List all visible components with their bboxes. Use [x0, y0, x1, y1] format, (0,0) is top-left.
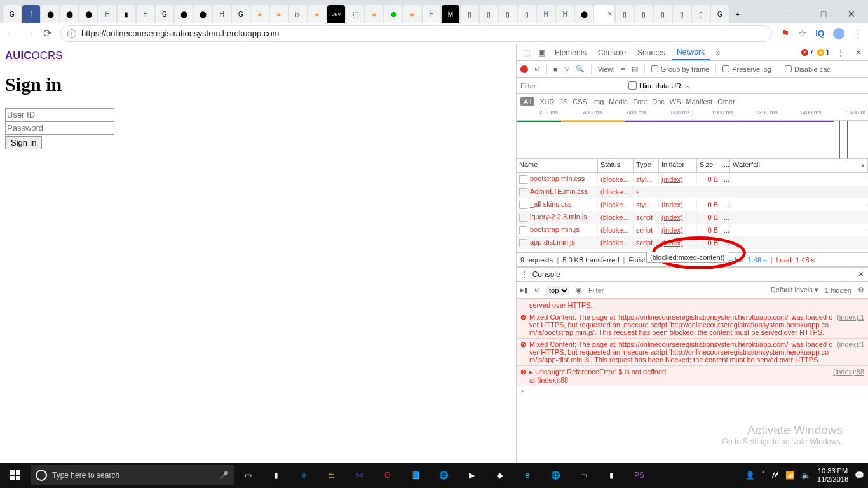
browser-tab[interactable]: H	[423, 5, 440, 23]
console-levels-select[interactable]: Default levels ▾	[771, 286, 818, 294]
browser-tab[interactable]: ▯	[654, 5, 672, 23]
browser-tab-active[interactable]: ×	[594, 5, 614, 23]
browser-tab[interactable]: ▯	[499, 5, 517, 23]
group-by-frame-checkbox[interactable]: Group by frame	[651, 65, 709, 73]
search-icon[interactable]: 🔍	[576, 65, 585, 73]
network-timeline-graph[interactable]	[517, 121, 868, 159]
devtools-close-icon[interactable]: ✕	[851, 48, 865, 57]
disable-cache-checkbox[interactable]: Disable cac	[785, 65, 831, 73]
browser-tab[interactable]: DEV	[327, 5, 345, 23]
start-button[interactable]	[0, 470, 31, 480]
window-minimize-button[interactable]: —	[782, 5, 810, 23]
console-error[interactable]: ⊗ Mixed Content: The page at 'https://on…	[517, 311, 868, 338]
console-menu-icon[interactable]: ⋮	[520, 270, 528, 279]
profile-icon[interactable]	[833, 28, 844, 39]
browser-tab[interactable]: ▯	[480, 5, 498, 23]
console-live-icon[interactable]: ◉	[576, 286, 582, 294]
console-filter-input[interactable]	[588, 287, 764, 294]
taskbar-search[interactable]: Type here to search 🎤	[31, 465, 234, 485]
hide-data-urls-checkbox[interactable]: Hide data URLs	[628, 81, 689, 90]
network-request-row[interactable]: bootstrap.min.js(blocke...script(index)0…	[517, 224, 868, 236]
browser-tab[interactable]: ≡	[403, 5, 421, 23]
password-input[interactable]	[5, 121, 114, 135]
app-icon[interactable]: ▶	[458, 463, 485, 488]
browser-tab[interactable]: ⬢	[384, 5, 402, 23]
browser-tab[interactable]: G	[156, 5, 173, 23]
browser-tab[interactable]: ▯	[673, 5, 691, 23]
tab-network[interactable]: Network	[672, 45, 710, 60]
ie-icon[interactable]: e	[513, 463, 541, 488]
volume-icon[interactable]: 🔈	[801, 471, 811, 480]
col-type[interactable]: Type	[634, 159, 659, 172]
browser-tab[interactable]: ▷	[289, 5, 307, 23]
signin-button[interactable]: Sign In	[5, 136, 42, 149]
browser-tab[interactable]: ▯	[635, 5, 653, 23]
tab-close-icon[interactable]: ×	[607, 10, 612, 18]
mic-icon[interactable]: 🎤	[219, 471, 229, 480]
chrome-icon[interactable]: 🌐	[541, 463, 569, 488]
filter-media[interactable]: Media	[609, 98, 628, 105]
filter-xhr[interactable]: XHR	[539, 98, 554, 105]
browser-tab[interactable]: ⬤	[41, 5, 59, 23]
browser-tab[interactable]: ⬤	[79, 5, 97, 23]
filter-font[interactable]: Font	[633, 98, 647, 105]
app-icon[interactable]: ▭	[569, 463, 597, 488]
wifi-icon[interactable]: 📶	[785, 471, 795, 480]
people-icon[interactable]: 👤	[745, 471, 755, 480]
browser-tab[interactable]: ≡	[270, 5, 288, 23]
edge-icon[interactable]: e	[290, 463, 318, 488]
network-request-row[interactable]: jquery-2.2.3.min.js(blocke...script(inde…	[517, 211, 868, 224]
console-context-select[interactable]: top	[546, 286, 569, 295]
battery-icon[interactable]: 🗲	[771, 471, 779, 480]
device-toggle-icon[interactable]: ▣	[534, 48, 548, 57]
browser-tab[interactable]: ⬚	[346, 5, 364, 23]
app-icon[interactable]: 📘	[402, 463, 430, 488]
col-name[interactable]: Name	[517, 159, 598, 172]
browser-tab[interactable]: ▯	[616, 5, 634, 23]
browser-tab[interactable]: H	[537, 5, 555, 23]
network-request-row[interactable]: bootstrap.min.css(blocke...styl...(index…	[517, 173, 868, 186]
url-input[interactable]: i https://onlinecourseregistrationsystem…	[60, 25, 772, 42]
filter-js[interactable]: JS	[559, 98, 567, 105]
devtools-menu-icon[interactable]: ⋮	[834, 48, 848, 57]
browser-tab[interactable]: ≡	[365, 5, 383, 23]
browser-tab[interactable]: ⬤	[60, 5, 78, 23]
new-tab-button[interactable]: +	[730, 5, 745, 23]
browser-tab[interactable]: G	[232, 5, 250, 23]
filter-other[interactable]: Other	[717, 98, 735, 105]
site-logo-link[interactable]: AUICOCRS	[5, 50, 63, 62]
userid-input[interactable]	[5, 108, 114, 121]
tab-console[interactable]: Console	[593, 46, 631, 60]
filter-doc[interactable]: Doc	[652, 98, 665, 105]
vs-icon[interactable]: ⋈	[346, 463, 374, 488]
cmd-icon[interactable]: ▮	[597, 463, 625, 488]
tab-sources[interactable]: Sources	[632, 46, 670, 60]
browser-tab[interactable]: ▯	[518, 5, 536, 23]
console-sidebar-icon[interactable]: ▸▮	[520, 286, 528, 294]
forward-button[interactable]: →	[24, 28, 34, 39]
capture-screenshot-icon[interactable]: ■	[553, 65, 558, 73]
view-small-icon[interactable]: ▤	[632, 65, 638, 73]
phpstorm-icon[interactable]: PS	[625, 463, 653, 488]
tab-elements[interactable]: Elements	[550, 46, 592, 60]
browser-tab[interactable]: G	[711, 5, 729, 23]
console-settings-icon[interactable]: ⚙	[858, 286, 864, 294]
browser-tab[interactable]: H	[556, 5, 574, 23]
notifications-icon[interactable]: 💬	[855, 471, 864, 480]
browser-tab[interactable]: ≡	[251, 5, 269, 23]
source-link[interactable]: (index):88	[833, 368, 864, 384]
app-icon[interactable]: ▮	[262, 463, 290, 488]
filter-img[interactable]: Img	[592, 98, 604, 105]
window-maximize-button[interactable]: □	[810, 5, 837, 23]
browser-tab[interactable]: ⬤	[194, 5, 212, 23]
browser-tab[interactable]: M	[442, 5, 459, 23]
browser-tab[interactable]: H	[98, 5, 116, 23]
col-waterfall[interactable]: Waterfall▴	[730, 159, 868, 172]
console-clear-icon[interactable]: ⊘	[534, 286, 540, 294]
filter-ws[interactable]: WS	[670, 98, 681, 105]
task-view-icon[interactable]: ▭	[234, 463, 262, 488]
console-error[interactable]: ⊗ Mixed Content: The page at 'https://on…	[517, 338, 868, 365]
tray-chevron-icon[interactable]: ˄	[761, 471, 765, 480]
extension-icon[interactable]: ⚑	[781, 28, 789, 39]
network-filter-input[interactable]	[520, 82, 622, 90]
